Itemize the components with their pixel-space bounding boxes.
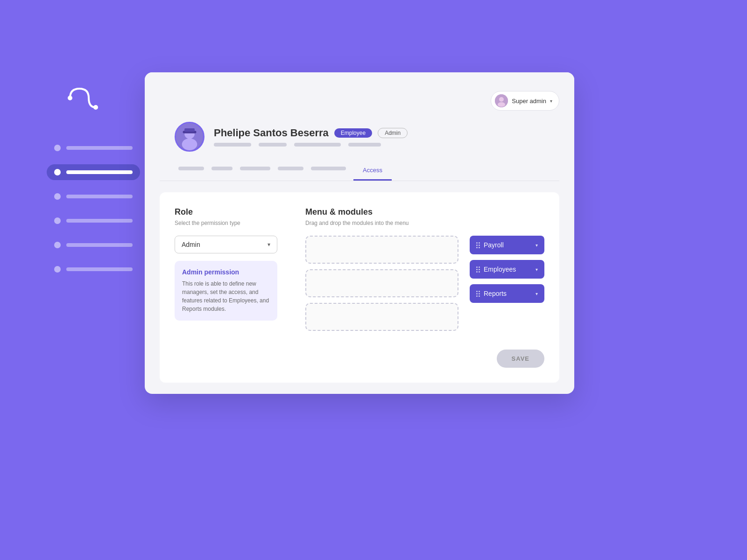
drag-icon [476,291,480,297]
module-pill-reports[interactable]: Reports ▾ [470,284,544,303]
sidebar-item-2-active[interactable] [47,164,140,180]
sidebar-dot [54,193,61,200]
svg-point-7 [182,139,197,150]
main-card: Super admin ▾ Phelipe Santos Beserra [145,72,574,394]
sidebar-item-1[interactable] [47,140,140,156]
sidebar-line [66,170,133,174]
content-area: Role Select the permission type Admin ▾ … [160,192,559,383]
sidebar-item-3[interactable] [47,189,140,204]
role-title: Role [175,207,277,217]
role-select-dropdown[interactable]: Admin ▾ [175,236,277,253]
pill-label-payroll: Payroll [484,241,504,249]
module-pill-employees[interactable]: Employees ▾ [470,260,544,279]
meta-line-4 [348,143,381,147]
tab-access[interactable]: Access [353,161,392,181]
sidebar [47,140,140,277]
sidebar-dot [54,242,61,248]
svg-point-1 [68,96,72,100]
modules-subtitle: Drag and drop the modules into the menu [305,220,544,226]
save-row: SAVE [305,350,544,368]
role-column: Role Select the permission type Admin ▾ … [175,207,277,368]
pill-left: Reports [476,290,507,297]
permission-description: This role is able to define new managers… [182,280,270,313]
logo-area [65,84,103,117]
sidebar-dot [54,169,61,175]
badge-employee: Employee [334,128,372,138]
sidebar-dot [54,266,61,273]
permission-box: Admin permission This role is able to de… [175,261,277,321]
modules-layout: Payroll ▾ Employees [305,236,544,331]
drop-zone-1[interactable] [305,236,458,264]
sidebar-item-4[interactable] [47,213,140,229]
sidebar-line [66,195,133,198]
sidebar-dot [54,217,61,224]
save-button[interactable]: SAVE [497,350,544,368]
sidebar-item-6[interactable] [47,261,140,277]
tab-line-4[interactable] [274,161,307,181]
super-admin-badge[interactable]: Super admin ▾ [491,91,559,111]
tab-line-3[interactable] [236,161,274,181]
super-admin-label: Super admin [512,98,546,105]
drop-zones [305,236,458,331]
pill-label-employees: Employees [484,266,516,273]
role-select-value: Admin [182,241,200,248]
content-columns: Role Select the permission type Admin ▾ … [175,207,544,368]
tab-line-1[interactable] [175,161,208,181]
pill-label-reports: Reports [484,290,507,297]
meta-line-2 [259,143,287,147]
badge-admin: Admin [378,128,408,138]
profile-info: Phelipe Santos Beserra Employee Admin [214,127,408,147]
pill-left: Employees [476,266,516,273]
top-bar: Super admin ▾ [160,84,559,114]
pill-chevron-icon: ▾ [536,267,538,272]
module-pills: Payroll ▾ Employees [470,236,544,303]
sidebar-line [66,267,133,271]
svg-point-3 [499,97,504,102]
avatar [495,94,508,107]
meta-line-1 [214,143,251,147]
meta-line-3 [294,143,341,147]
drop-zone-3[interactable] [305,303,458,331]
tab-line-2[interactable] [208,161,236,181]
select-chevron-icon: ▾ [268,241,270,248]
svg-rect-9 [184,128,195,132]
drag-icon [476,266,480,273]
sidebar-line [66,243,133,247]
pill-left: Payroll [476,241,504,249]
module-pill-payroll[interactable]: Payroll ▾ [470,236,544,254]
tab-line-5[interactable] [307,161,350,181]
role-subtitle: Select the permission type [175,220,277,226]
sidebar-line [66,146,133,150]
modules-column: Menu & modules Drag and drop the modules… [305,207,544,368]
drag-icon [476,242,480,248]
drop-zone-2[interactable] [305,269,458,297]
chevron-down-icon: ▾ [550,98,552,104]
profile-section: Phelipe Santos Beserra Employee Admin [160,114,559,161]
svg-point-4 [498,102,505,107]
svg-point-0 [93,105,98,110]
modules-title: Menu & modules [305,207,544,217]
sidebar-item-5[interactable] [47,237,140,253]
profile-name-row: Phelipe Santos Beserra Employee Admin [214,127,408,139]
profile-name: Phelipe Santos Beserra [214,127,329,139]
sidebar-line [66,219,133,223]
card-header: Super admin ▾ Phelipe Santos Beserra [145,72,574,181]
nav-tabs: Access [160,161,559,181]
pill-chevron-icon: ▾ [536,291,538,296]
profile-meta [214,143,408,147]
sidebar-dot [54,145,61,151]
permission-title: Admin permission [182,268,270,276]
profile-avatar [175,122,204,152]
pill-chevron-icon: ▾ [536,243,538,248]
